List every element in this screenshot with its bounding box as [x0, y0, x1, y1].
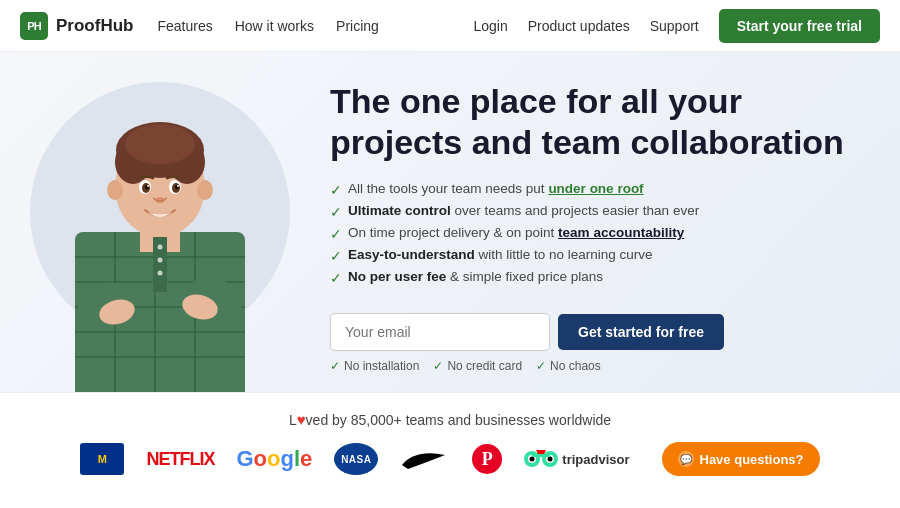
questions-button[interactable]: 💬 Have questions?: [662, 442, 820, 476]
trust-no-credit-card: ✓ No credit card: [433, 359, 522, 373]
feature-list: ✓ All the tools your team needs put unde…: [330, 181, 860, 291]
nav-pricing[interactable]: Pricing: [336, 18, 379, 34]
chat-icon: 💬: [678, 451, 694, 467]
logo-nike: [400, 447, 450, 471]
logo-netflix: NETFLIX: [146, 449, 214, 470]
check-icon-5: ✓: [330, 270, 342, 286]
navbar: PH ProofHub Features How it works Pricin…: [0, 0, 900, 52]
hero-person-image: [45, 82, 275, 392]
nav-features[interactable]: Features: [157, 18, 212, 34]
hero-section: The one place for all your projects and …: [0, 52, 900, 392]
trust-no-installation: ✓ No installation: [330, 359, 419, 373]
logo-tripadvisor: tripadvisor: [524, 448, 629, 470]
logo-nasa: NASA: [334, 443, 378, 475]
hero-image-area: [0, 52, 320, 392]
hero-title: The one place for all your projects and …: [330, 81, 860, 163]
svg-point-12: [158, 245, 163, 250]
feature-item-1: ✓ All the tools your team needs put unde…: [330, 181, 860, 198]
loved-section: L♥ved by 85,000+ teams and businesses wo…: [0, 392, 900, 508]
svg-point-21: [107, 180, 123, 200]
trust-badges: ✓ No installation ✓ No credit card ✓ No …: [330, 359, 860, 373]
check-icon-3: ✓: [330, 226, 342, 242]
svg-point-20: [125, 124, 195, 164]
feature-item-3: ✓ On time project delivery & on point te…: [330, 225, 860, 242]
svg-point-30: [177, 185, 179, 187]
heart-icon: ♥: [297, 411, 306, 428]
get-started-button[interactable]: Get started for free: [558, 314, 724, 350]
check-icon-4: ✓: [330, 248, 342, 264]
svg-point-29: [147, 185, 149, 187]
email-input[interactable]: [330, 313, 550, 351]
trust-check-2: ✓: [433, 359, 443, 373]
logo-michigan: M: [80, 443, 124, 475]
nav-login[interactable]: Login: [473, 18, 507, 34]
trust-check-1: ✓: [330, 359, 340, 373]
feature-item-5: ✓ No per user fee & simple fixed price p…: [330, 269, 860, 286]
hero-content: The one place for all your projects and …: [320, 52, 900, 392]
svg-point-22: [197, 180, 213, 200]
svg-point-13: [158, 258, 163, 263]
loved-text: L♥ved by 85,000+ teams and businesses wo…: [20, 411, 880, 428]
feature-item-2: ✓ Ultimate control over teams and projec…: [330, 203, 860, 220]
trust-check-3: ✓: [536, 359, 546, 373]
nav-links: Features How it works Pricing: [157, 17, 378, 35]
logo-text: ProofHub: [56, 16, 133, 36]
logo-pinterest: P: [472, 444, 502, 474]
logo-icon: PH: [20, 12, 48, 40]
logo-area[interactable]: PH ProofHub: [20, 12, 133, 40]
logo-google: Google: [236, 446, 312, 472]
nav-how-it-works[interactable]: How it works: [235, 18, 314, 34]
check-icon-2: ✓: [330, 204, 342, 220]
check-icon-1: ✓: [330, 182, 342, 198]
svg-point-14: [158, 271, 163, 276]
start-trial-button[interactable]: Start your free trial: [719, 9, 880, 43]
nav-support[interactable]: Support: [650, 18, 699, 34]
feature-item-4: ✓ Easy-to-understand with little to no l…: [330, 247, 860, 264]
email-form-row: Get started for free: [330, 313, 860, 351]
svg-point-41: [548, 457, 553, 462]
nav-right: Login Product updates Support Start your…: [473, 9, 880, 43]
nav-product-updates[interactable]: Product updates: [528, 18, 630, 34]
svg-point-40: [530, 457, 535, 462]
logos-row: M NETFLIX Google NASA P: [20, 442, 880, 476]
trust-no-chaos: ✓ No chaos: [536, 359, 601, 373]
